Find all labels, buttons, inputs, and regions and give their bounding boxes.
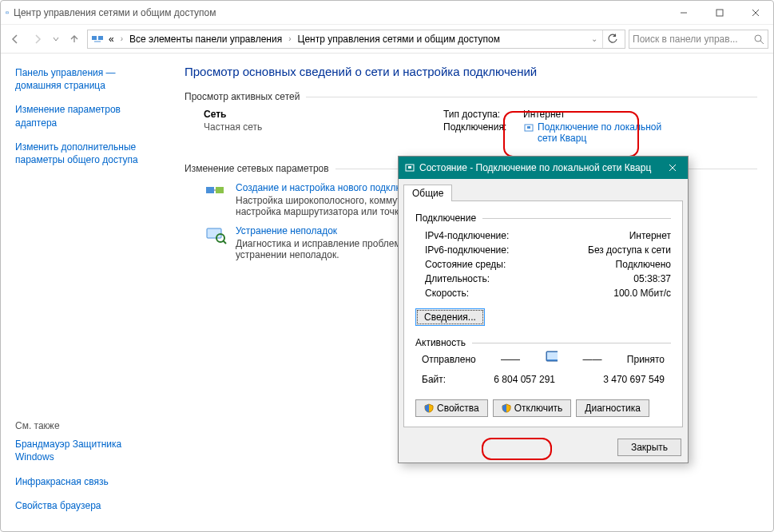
back-button[interactable] (6, 30, 25, 49)
svg-rect-13 (206, 187, 214, 193)
recent-locations-button[interactable] (50, 30, 62, 49)
page-title: Просмотр основных сведений о сети и наст… (185, 65, 757, 78)
refresh-button[interactable] (602, 30, 621, 48)
shield-icon (424, 403, 434, 413)
computers-icon (545, 353, 558, 366)
see-also-browser-props[interactable]: Свойства браузера (15, 500, 101, 511)
sidebar-item-adapter-settings[interactable]: Изменение параметров адаптера (15, 104, 121, 128)
active-networks-header: Просмотр активных сетей (185, 91, 757, 102)
status-dialog: Состояние - Подключение по локальной сет… (398, 156, 689, 463)
address-bar-row: « › Все элементы панели управления › Цен… (1, 25, 773, 54)
maximize-button[interactable] (701, 1, 737, 25)
forward-button[interactable] (28, 30, 47, 49)
see-also-heading: См. также (15, 420, 162, 431)
diagnose-button[interactable]: Диагностика (576, 399, 649, 417)
breadcrumb-item-0[interactable]: Все элементы панели управления (128, 34, 284, 45)
search-icon (753, 34, 764, 45)
tab-general[interactable]: Общие (403, 185, 452, 201)
close-dialog-button[interactable]: Закрыть (617, 439, 681, 456)
connections-label: Подключения: (443, 121, 523, 144)
network-location-icon (91, 33, 104, 46)
svg-rect-1 (6, 12, 9, 14)
speed-value: 100.0 Мбит/с (613, 288, 671, 299)
ethernet-icon (403, 161, 416, 174)
window-title: Центр управления сетями и общим доступом (14, 7, 665, 18)
svg-line-18 (223, 240, 226, 244)
sent-label: Отправлено (422, 354, 476, 365)
active-network-row: Сеть Частная сеть Тип доступа: Интернет … (204, 109, 757, 145)
see-also-infrared[interactable]: Инфракрасная связь (15, 476, 109, 487)
svg-rect-14 (216, 187, 224, 193)
chevron-right-icon: › (119, 34, 125, 43)
new-connection-icon (204, 182, 228, 217)
bytes-sent: 6 804 057 291 (494, 374, 555, 385)
speed-label: Скорость: (425, 288, 469, 299)
network-type: Частная сеть (204, 121, 443, 133)
bytes-received: 3 470 697 549 (603, 374, 665, 385)
ethernet-icon (523, 121, 534, 134)
dialog-close-button[interactable] (662, 159, 683, 177)
search-box[interactable]: Поиск в панели управ... (629, 30, 768, 49)
sidebar-home-link[interactable]: Панель управления — домашняя страница (15, 67, 116, 91)
chevron-right-icon: › (287, 34, 292, 43)
duration-label: Длительность: (425, 273, 490, 284)
minimize-button[interactable] (665, 1, 701, 25)
details-button[interactable]: Сведения... (415, 308, 485, 326)
breadcrumb-item-1[interactable]: Центр управления сетями и общим доступом (296, 34, 502, 45)
svg-rect-7 (98, 36, 103, 40)
media-state-value: Подключено (616, 259, 671, 270)
close-button[interactable] (737, 1, 773, 25)
disable-button[interactable]: Отключить (493, 399, 572, 417)
ipv6-value: Без доступа к сети (588, 244, 671, 256)
connection-link[interactable]: Подключение по локальной сети Кварц (538, 121, 667, 144)
svg-point-9 (755, 35, 761, 42)
sidebar: Панель управления — домашняя страница Из… (1, 54, 170, 531)
address-box[interactable]: « › Все элементы панели управления › Цен… (87, 30, 625, 49)
svg-rect-20 (408, 166, 411, 169)
svg-rect-6 (92, 36, 97, 40)
see-also-firewall[interactable]: Брандмауэр Защитника Windows (15, 439, 121, 463)
titlebar: Центр управления сетями и общим доступом (1, 1, 773, 25)
svg-rect-16 (207, 228, 221, 238)
ipv4-value: Интернет (629, 230, 671, 241)
svg-rect-24 (547, 352, 558, 359)
access-type-label: Тип доступа: (443, 109, 523, 120)
bytes-label: Байт: (422, 374, 446, 385)
activity-group-label: Активность (415, 337, 671, 348)
properties-button[interactable]: Свойства (415, 399, 488, 417)
breadcrumb-root[interactable]: « (107, 34, 116, 45)
troubleshoot-icon (204, 225, 228, 260)
connection-group-label: Подключение (415, 212, 671, 224)
ipv4-label: IPv4-подключение: (425, 230, 509, 241)
dialog-title: Состояние - Подключение по локальной сет… (419, 162, 662, 173)
app-icon (1, 6, 14, 19)
shield-icon (502, 403, 511, 413)
chevron-down-icon[interactable]: ⌄ (589, 34, 599, 43)
svg-line-10 (760, 41, 764, 44)
svg-rect-3 (716, 10, 723, 16)
task-troubleshoot-link[interactable]: Устранение неполадок (236, 225, 337, 236)
media-state-label: Состояние среды: (425, 259, 506, 270)
duration-value: 05:38:37 (633, 273, 671, 284)
network-name: Сеть (204, 109, 443, 120)
ipv6-label: IPv6-подключение: (425, 244, 509, 256)
sidebar-item-advanced-sharing[interactable]: Изменить дополнительные параметры общего… (15, 141, 138, 165)
access-type-value: Интернет (523, 109, 565, 120)
up-button[interactable] (65, 30, 84, 49)
search-placeholder: Поиск в панели управ... (633, 34, 753, 45)
received-label: Принято (627, 354, 665, 365)
svg-rect-12 (527, 126, 530, 129)
dialog-titlebar[interactable]: Состояние - Подключение по локальной сет… (399, 157, 688, 179)
